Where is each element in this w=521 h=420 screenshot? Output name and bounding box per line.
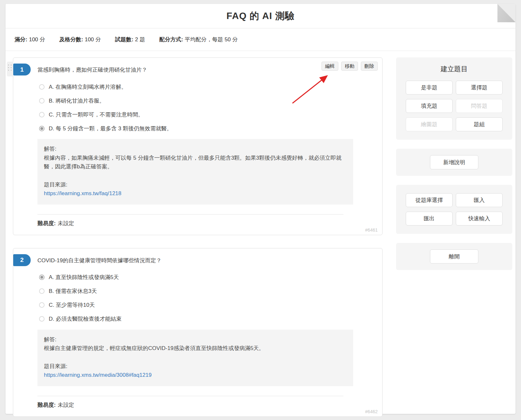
option-row: A. 直至快篩陰性或發病滿5天	[39, 274, 382, 281]
option-label: C. 至少需等待10天	[49, 301, 95, 309]
explanation-text: 根據內容，如果胸痛未減輕，可以每 5 分鐘含一顆硝化甘油片，但最多只能含3顆。如…	[44, 154, 347, 171]
content-area: 1 當感到胸痛時，應如何正確使用硝化甘油片？ 編輯 移動 刪除 A. 在胸痛時立…	[5, 51, 516, 417]
explanation-box: 解答: 根據內容，如果胸痛未減輕，可以每 5 分鐘含一顆硝化甘油片，但最多只能含…	[37, 139, 353, 205]
difficulty-label: 難易度:	[37, 402, 56, 408]
page-title: FAQ 的 AI 測驗	[227, 10, 295, 23]
question-text: 當感到胸痛時，應如何正確使用硝化甘油片？	[37, 64, 147, 74]
options-list: A. 在胸痛時立刻喝水將片溶解。 B. 將硝化甘油片吞服。 C. 只需含一顆即可…	[39, 84, 382, 132]
stat-scoring-method: 配分方式:平均配分，每題 50 分	[159, 36, 238, 43]
short-answer-button: 問答題	[456, 99, 503, 113]
difficulty-value: 未設定	[58, 220, 74, 226]
radio-button[interactable]	[39, 112, 45, 117]
difficulty-value: 未設定	[58, 402, 74, 408]
main-card: FAQ 的 AI 測驗 滿分:100 分 及格分數:100 分 試題數:2 題 …	[5, 4, 516, 414]
option-label: D. 每 5 分鐘含一顆，最多含 3 顆後仍無效需就醫。	[49, 125, 172, 132]
question-id-tag: #6462	[365, 409, 378, 414]
add-note-button[interactable]: 新增說明	[430, 155, 478, 169]
option-label: D. 必須去醫院檢查後才能結束	[49, 315, 122, 323]
leave-button[interactable]: 離開	[430, 249, 478, 264]
question-id-tag: #6461	[365, 227, 378, 233]
drag-handle-icon[interactable]	[7, 62, 13, 76]
stat-max-score: 滿分:100 分	[15, 36, 45, 43]
source-label: 題目來源:	[44, 362, 347, 371]
option-row: D. 必須去醫院檢查後才能結束	[39, 316, 382, 322]
question-actions: 編輯 移動 刪除	[322, 62, 378, 71]
question-card-2: 2 COVID-19的自主健康管理時間依據哪些情況而定？ A. 直至快篩陰性或發…	[13, 248, 383, 417]
header: FAQ 的 AI 測驗	[5, 4, 516, 28]
drawing-question-button: 繪圖題	[406, 117, 453, 131]
explanation-label: 解答:	[44, 145, 347, 154]
add-note-panel: 新增說明	[396, 149, 512, 176]
option-row: D. 每 5 分鐘含一顆，最多含 3 顆後仍無效需就醫。	[39, 125, 382, 132]
option-row: C. 至少需等待10天	[39, 302, 382, 308]
divider	[37, 214, 343, 215]
page-fold-corner	[497, 4, 516, 22]
option-label: A. 直至快篩陰性或發病滿5天	[49, 274, 119, 281]
explanation-text: 根據自主健康管理的規定，輕症或無症狀的COVID-19感染者須直至快篩陰性或發病…	[44, 344, 347, 353]
multiple-choice-button[interactable]: 選擇題	[456, 81, 503, 95]
edit-button[interactable]: 編輯	[322, 62, 338, 71]
import-button[interactable]: 匯入	[456, 193, 503, 207]
explanation-box: 解答: 根據自主健康管理的規定，輕症或無症狀的COVID-19感染者須直至快篩陰…	[37, 330, 353, 386]
question-group-button[interactable]: 題組	[456, 117, 503, 131]
move-button[interactable]: 移動	[341, 62, 358, 71]
option-row: C. 只需含一顆即可，不需要注意時間。	[39, 111, 382, 118]
quick-input-button[interactable]: 快速輸入	[456, 212, 503, 225]
sidebar: 建立題目 是非題 選擇題 填充題 問答題 繪圖題 題組 新增說明 從題	[396, 57, 512, 417]
quiz-stats-bar: 滿分:100 分 及格分數:100 分 試題數:2 題 配分方式:平均配分，每題…	[5, 28, 516, 51]
difficulty-row: 難易度:未設定	[37, 220, 377, 227]
option-label: B. 將硝化甘油片吞服。	[49, 97, 105, 105]
option-label: C. 只需含一顆即可，不需要注意時間。	[49, 111, 144, 118]
true-false-button[interactable]: 是非題	[406, 81, 453, 95]
radio-button[interactable]	[39, 302, 45, 308]
delete-button[interactable]: 刪除	[361, 62, 378, 71]
radio-button[interactable]	[39, 288, 45, 294]
stat-pass-score: 及格分數:100 分	[59, 36, 101, 43]
question-card-1: 1 當感到胸痛時，應如何正確使用硝化甘油片？ 編輯 移動 刪除 A. 在胸痛時立…	[13, 57, 383, 235]
option-row: B. 將硝化甘油片吞服。	[39, 97, 382, 104]
questions-column: 1 當感到胸痛時，應如何正確使用硝化甘油片？ 編輯 移動 刪除 A. 在胸痛時立…	[13, 57, 383, 417]
leave-panel: 離開	[396, 243, 512, 270]
source-label: 題目來源:	[44, 180, 347, 189]
option-row: A. 在胸痛時立刻喝水將片溶解。	[39, 84, 382, 90]
select-from-bank-button[interactable]: 從題庫選擇	[406, 193, 453, 207]
fill-in-blank-button[interactable]: 填充題	[406, 99, 453, 113]
quiz-editor-page: FAQ 的 AI 測驗 滿分:100 分 及格分數:100 分 試題數:2 題 …	[0, 0, 521, 420]
radio-button[interactable]	[39, 126, 45, 131]
explanation-label: 解答:	[44, 335, 347, 344]
difficulty-row: 難易度:未設定	[37, 401, 377, 409]
create-question-panel: 建立題目 是非題 選擇題 填充題 問答題 繪圖題 題組	[396, 57, 512, 140]
divider	[37, 396, 343, 396]
radio-button[interactable]	[39, 84, 45, 90]
question-number-badge: 1	[13, 64, 31, 75]
source-link[interactable]: https://learning.xms.tw/faq/1218	[44, 190, 121, 196]
radio-button[interactable]	[39, 275, 45, 280]
difficulty-label: 難易度:	[37, 220, 56, 226]
radio-button[interactable]	[39, 98, 45, 104]
stat-question-count: 試題數:2 題	[115, 36, 145, 43]
option-label: A. 在胸痛時立刻喝水將片溶解。	[49, 83, 127, 91]
source-link[interactable]: https://learning.xms.tw/media/3008#faq12…	[44, 372, 152, 378]
create-question-title: 建立題目	[406, 65, 503, 74]
options-list: A. 直至快篩陰性或發病滿5天 B. 僅需在家休息3天 C. 至少需等待10天	[39, 274, 382, 322]
radio-button[interactable]	[39, 316, 45, 322]
option-row: B. 僅需在家休息3天	[39, 288, 382, 295]
question-text: COVID-19的自主健康管理時間依據哪些情況而定？	[37, 254, 161, 264]
option-label: B. 僅需在家休息3天	[49, 287, 97, 295]
question-bank-panel: 從題庫選擇 匯入 匯出 快速輸入	[396, 185, 512, 234]
export-button[interactable]: 匯出	[406, 212, 453, 225]
question-number-badge: 2	[13, 254, 31, 266]
